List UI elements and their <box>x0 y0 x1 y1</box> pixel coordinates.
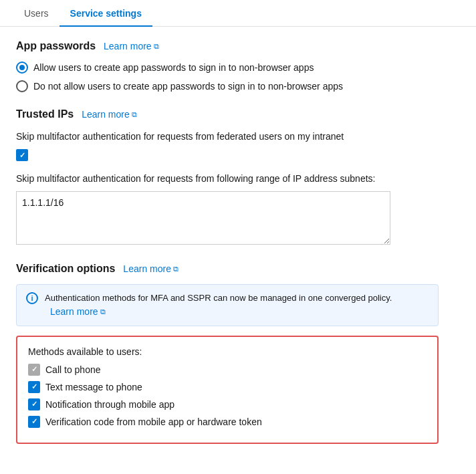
checkmark-icon-verification: ✓ <box>31 418 37 425</box>
skip-federated-label: Skip multifactor authentication for requ… <box>16 130 439 144</box>
info-banner-text: Authentication methods for MFA and SSPR … <box>45 291 429 319</box>
verification-code-item[interactable]: ✓ Verification code from mobile app or h… <box>28 416 427 428</box>
notification-mobile-label: Notification through mobile app <box>45 399 174 410</box>
allow-radio-button[interactable] <box>16 62 28 74</box>
verification-code-checkbox[interactable]: ✓ <box>28 416 40 428</box>
verification-options-learn-more[interactable]: Learn more ⧉ <box>123 263 178 274</box>
disallow-radio-button[interactable] <box>16 80 28 92</box>
call-to-phone-item[interactable]: ✓ Call to phone <box>28 364 427 376</box>
checkmark-icon-call: ✓ <box>31 366 37 373</box>
verification-options-section: Verification options Learn more ⧉ i Auth… <box>16 263 439 444</box>
methods-title: Methods available to users: <box>28 346 427 357</box>
call-to-phone-label: Call to phone <box>45 364 101 375</box>
external-link-icon-2: ⧉ <box>132 110 137 119</box>
tab-users[interactable]: Users <box>13 0 60 26</box>
text-message-item[interactable]: ✓ Text message to phone <box>28 381 427 393</box>
info-icon: i <box>26 292 38 304</box>
info-banner: i Authentication methods for MFA and SSP… <box>16 284 439 326</box>
trusted-ips-learn-more[interactable]: Learn more ⧉ <box>82 109 137 120</box>
external-link-icon-3: ⧉ <box>173 265 178 273</box>
text-message-checkbox[interactable]: ✓ <box>28 381 40 393</box>
trusted-ips-section: Trusted IPs Learn more ⧉ Skip multifacto… <box>16 108 439 247</box>
verification-options-header: Verification options Learn more ⧉ <box>16 263 439 275</box>
allow-app-passwords-label: Allow users to create app passwords to s… <box>33 62 314 73</box>
info-learn-more-link[interactable]: Learn more ⧉ <box>50 305 106 319</box>
app-passwords-header: App passwords Learn more ⧉ <box>16 40 439 52</box>
main-content: App passwords Learn more ⧉ Allow users t… <box>0 27 455 473</box>
skip-federated-checkbox-item[interactable]: ✓ <box>16 149 439 161</box>
allow-app-passwords-option[interactable]: Allow users to create app passwords to s… <box>16 62 439 74</box>
verification-code-label: Verification code from mobile app or har… <box>45 417 262 427</box>
methods-box: Methods available to users: ✓ Call to ph… <box>16 336 439 444</box>
trusted-ips-title: Trusted IPs <box>16 108 74 120</box>
external-link-icon-4: ⧉ <box>100 306 106 318</box>
trusted-ips-header: Trusted IPs Learn more ⧉ <box>16 108 439 120</box>
checkmark-icon: ✓ <box>19 152 25 159</box>
skip-federated-checkbox[interactable]: ✓ <box>16 149 28 161</box>
checkmark-icon-text: ✓ <box>31 383 37 390</box>
app-passwords-radio-group: Allow users to create app passwords to s… <box>16 62 439 92</box>
tab-bar: Users Service settings <box>0 0 476 27</box>
notification-mobile-checkbox[interactable]: ✓ <box>28 398 40 410</box>
disallow-app-passwords-label: Do not allow users to create app passwor… <box>33 81 343 92</box>
app-passwords-learn-more[interactable]: Learn more ⧉ <box>104 41 159 51</box>
app-passwords-section: App passwords Learn more ⧉ Allow users t… <box>16 40 439 92</box>
external-link-icon: ⧉ <box>154 42 159 51</box>
disallow-app-passwords-option[interactable]: Do not allow users to create app passwor… <box>16 80 439 92</box>
skip-ip-label: Skip multifactor authentication for requ… <box>16 172 439 186</box>
app-passwords-title: App passwords <box>16 40 96 51</box>
verification-options-title: Verification options <box>16 263 115 274</box>
tab-service-settings[interactable]: Service settings <box>60 0 152 27</box>
checkmark-icon-notification: ✓ <box>31 400 37 408</box>
call-to-phone-checkbox[interactable]: ✓ <box>28 364 40 376</box>
notification-mobile-item[interactable]: ✓ Notification through mobile app <box>28 398 427 410</box>
text-message-label: Text message to phone <box>45 382 142 392</box>
ip-subnets-input[interactable] <box>16 191 390 245</box>
